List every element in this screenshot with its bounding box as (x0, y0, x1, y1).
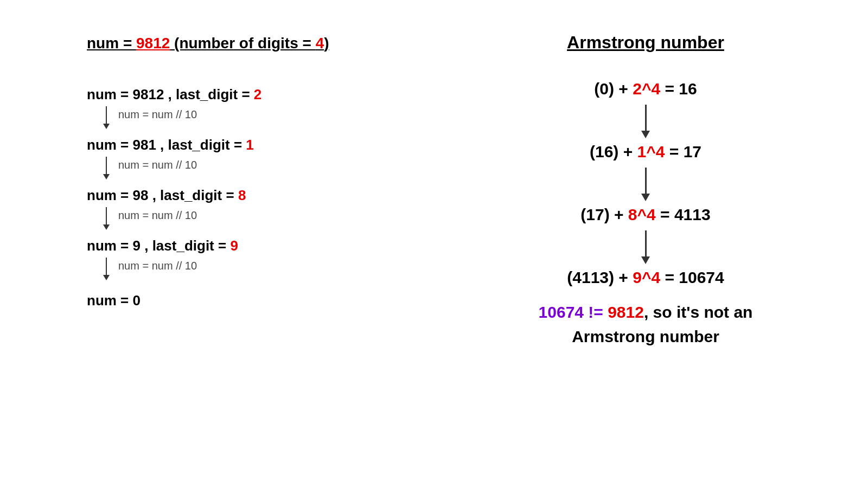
as3-suffix: = 4113 (656, 206, 711, 223)
conclusion-red: 9812 (608, 303, 644, 321)
as1-suffix: = 16 (660, 80, 697, 98)
conclusion: 10674 != 9812, so it's not an Armstrong … (539, 300, 753, 349)
conclusion-line2: Armstrong number (539, 324, 753, 349)
as1-prefix: (0) + (594, 80, 633, 98)
step-1-highlight: 2 (254, 86, 261, 102)
step-row-3: num = 98 , last_digit = 8 num = num // 1… (87, 187, 445, 233)
step-3-sub: num = num // 10 (118, 207, 197, 222)
conclusion-line1: 10674 != 9812, so it's not an (539, 300, 753, 324)
step-3-arrow-row: num = num // 10 (103, 207, 445, 230)
right-panel: Armstrong number (0) + 2^4 = 16 (16) + 1… (445, 33, 825, 455)
step-2-sub: num = num // 10 (118, 157, 197, 171)
title-close: ) (324, 35, 329, 52)
arrow-3-right (641, 230, 650, 264)
armstrong-step-3: (17) + 8^4 = 4113 (580, 206, 710, 224)
title-middle: (number of digits = (170, 35, 315, 52)
main-container: num = 9812 (number of digits = 4) num = … (0, 0, 868, 488)
step-4-main: num = 9 , last_digit = 9 (87, 237, 445, 254)
as2-highlight: 1^4 (637, 143, 665, 160)
step-2-arrow (103, 157, 110, 179)
title-num: 9812 (136, 35, 170, 52)
arrow-1-right (641, 105, 650, 138)
v-line-right-1 (645, 105, 647, 131)
arrow-tip-4 (103, 275, 110, 280)
title-prefix: num = (87, 35, 136, 52)
arrow-tip-3 (103, 224, 110, 230)
as2-prefix: (16) + (590, 143, 637, 160)
v-line-1 (106, 106, 107, 124)
arrow-tip-right-3 (641, 256, 650, 264)
armstrong-step-2: (16) + 1^4 = 17 (590, 143, 701, 161)
as1-highlight: 2^4 (633, 80, 660, 98)
step-1-sub: num = num // 10 (118, 106, 197, 121)
as4-highlight: 9^4 (633, 268, 660, 286)
step-3-arrow (103, 207, 110, 230)
step-1-arrow (103, 106, 110, 129)
step-1-main: num = 9812 , last_digit = 2 (87, 86, 445, 103)
as3-highlight: 8^4 (628, 206, 656, 223)
step-2-arrow-row: num = num // 10 (103, 157, 445, 179)
step-2-prefix: num = 981 , last_digit = (87, 137, 246, 153)
final-step: num = 0 (87, 292, 445, 309)
v-line-4 (106, 258, 107, 275)
v-line-right-3 (645, 230, 647, 256)
arrow-tip-1 (103, 124, 110, 129)
as2-suffix: = 17 (665, 143, 701, 160)
page-title-left: num = 9812 (number of digits = 4) (87, 33, 445, 54)
v-line-right-2 (645, 168, 647, 194)
step-1-prefix: num = 9812 , last_digit = (87, 86, 254, 102)
step-2-main: num = 981 , last_digit = 1 (87, 137, 445, 153)
step-3-prefix: num = 98 , last_digit = (87, 187, 238, 203)
arrow-tip-right-2 (641, 194, 650, 201)
armstrong-step-1: (0) + 2^4 = 16 (594, 80, 697, 98)
step-4-arrow (103, 258, 110, 280)
step-4-sub: num = num // 10 (118, 258, 197, 272)
as4-prefix: (4113) + (567, 268, 633, 286)
step-4-highlight: 9 (230, 237, 238, 254)
v-line-3 (106, 207, 107, 224)
conclusion-black: , so it's not an (644, 303, 752, 321)
conclusion-purple: 10674 != (539, 303, 608, 321)
step-row-2: num = 981 , last_digit = 1 num = num // … (87, 137, 445, 183)
as3-prefix: (17) + (580, 206, 628, 223)
as4-suffix: = 10674 (660, 268, 724, 286)
step-1-arrow-row: num = num // 10 (103, 106, 445, 129)
arrow-tip-2 (103, 174, 110, 179)
title-digits: 4 (316, 35, 324, 52)
step-2-highlight: 1 (246, 137, 253, 153)
step-row-4: num = 9 , last_digit = 9 num = num // 10 (87, 237, 445, 284)
arrow-2-right (641, 168, 650, 201)
step-row-1: num = 9812 , last_digit = 2 num = num //… (87, 86, 445, 132)
step-3-highlight: 8 (238, 187, 246, 203)
armstrong-title: Armstrong number (567, 33, 724, 53)
armstrong-step-4: (4113) + 9^4 = 10674 (567, 268, 724, 287)
step-4-arrow-row: num = num // 10 (103, 258, 445, 280)
arrow-tip-right-1 (641, 131, 650, 138)
step-4-prefix: num = 9 , last_digit = (87, 237, 230, 254)
left-panel: num = 9812 (number of digits = 4) num = … (43, 33, 445, 455)
step-3-main: num = 98 , last_digit = 8 (87, 187, 445, 204)
v-line-2 (106, 157, 107, 174)
